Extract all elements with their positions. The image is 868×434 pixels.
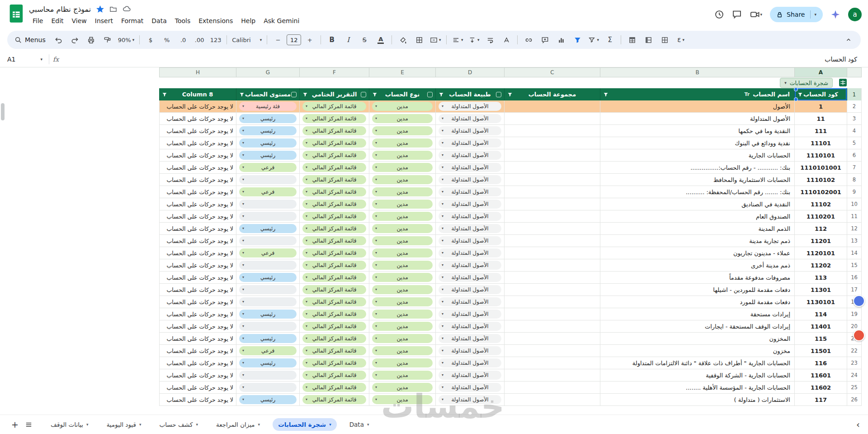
level-cell[interactable]: ▾	[236, 198, 300, 210]
level-chip[interactable]: ▾رئيسي	[239, 114, 297, 123]
row-number[interactable]: 3	[847, 113, 862, 125]
nature-chip[interactable]: ▾الأصول المتداولة	[439, 248, 501, 258]
row-number[interactable]: 14	[847, 247, 862, 259]
nature-cell[interactable]: ▾الأصول المتداولة	[436, 284, 505, 296]
level-chip[interactable]: ▾فرعي	[239, 248, 297, 258]
report-cell[interactable]: ▾قائمة المركز المالي	[300, 308, 369, 320]
note-cell[interactable]: لا يوجد حركات على الحساب	[159, 308, 236, 320]
gemini-button[interactable]	[830, 10, 840, 19]
insert-chart-button[interactable]	[553, 33, 569, 46]
type-chip[interactable]: ▾مدين	[372, 151, 433, 160]
version-history-button[interactable]	[714, 10, 724, 19]
text-rotation-button[interactable]	[499, 33, 514, 46]
paint-format-button[interactable]	[100, 33, 115, 46]
header-cell-report[interactable]: التقرير الختامي	[300, 88, 369, 100]
level-cell[interactable]: ▾رئيسي	[236, 272, 300, 284]
nature-cell[interactable]: ▾الأصول المتداولة	[436, 333, 505, 345]
group-cell[interactable]	[505, 186, 600, 198]
code-cell[interactable]: 11102	[795, 198, 847, 210]
group-cell[interactable]	[505, 272, 600, 284]
collaborator-badge-blue[interactable]	[853, 295, 865, 307]
type-chip[interactable]: ▾مدين	[372, 346, 433, 355]
type-cell[interactable]: ▾مدين	[369, 333, 436, 345]
nature-chip[interactable]: ▾الأصول المتداولة	[439, 212, 501, 221]
share-button[interactable]: Share ▾	[770, 7, 823, 22]
type-chip[interactable]: ▾مدين	[372, 273, 433, 282]
row-number[interactable]: 2	[847, 100, 862, 113]
decrease-font-button[interactable]: −	[270, 33, 286, 46]
level-chip[interactable]: ▾	[239, 261, 297, 270]
add-sheet-button[interactable]: +	[8, 418, 22, 431]
note-cell[interactable]: لا يوجد حركات على الحساب	[159, 162, 236, 174]
report-cell[interactable]: ▾قائمة المركز المالي	[300, 320, 369, 333]
header-cell-name[interactable]: Tr اسم الحساب	[600, 88, 795, 100]
level-cell[interactable]: ▾	[236, 259, 300, 272]
group-cell[interactable]	[505, 284, 600, 296]
level-cell[interactable]: ▾رئيسي	[236, 394, 300, 406]
cloud-status-icon[interactable]	[123, 5, 131, 13]
report-chip[interactable]: ▾قائمة المركز المالي	[302, 126, 366, 135]
group-cell[interactable]	[505, 137, 600, 149]
level-cell[interactable]: ▾	[236, 296, 300, 308]
report-cell[interactable]: ▾قائمة المركز المالي	[300, 125, 369, 137]
note-cell[interactable]: لا يوجد حركات على الحساب	[159, 345, 236, 357]
note-cell[interactable]: لا يوجد حركات على الحساب	[159, 125, 236, 137]
type-chip[interactable]: ▾مدين	[372, 248, 433, 258]
toolbar-menus-button[interactable]: Menus	[12, 36, 50, 43]
type-chip[interactable]: ▾مدين	[372, 175, 433, 184]
collapse-toolbar-button[interactable]	[841, 33, 856, 46]
meet-button[interactable]: ▾	[750, 10, 763, 19]
code-cell[interactable]: 1110101001	[795, 162, 847, 174]
type-cell[interactable]: ▾مدين	[369, 223, 436, 235]
note-cell[interactable]: لا يوجد حركات على الحساب	[159, 357, 236, 369]
report-cell[interactable]: ▾قائمة المركز المالي	[300, 296, 369, 308]
group-cell[interactable]	[505, 308, 600, 320]
type-chip[interactable]: ▾مدين	[372, 163, 433, 172]
menu-tools[interactable]: Tools	[171, 16, 194, 25]
nature-cell[interactable]: ▾الأصول المتداولة	[436, 296, 505, 308]
report-chip[interactable]: ▾قائمة المركز المالي	[302, 334, 366, 343]
name-cell[interactable]: الحسابات الجارية - المؤسسة الأهلية .....…	[600, 382, 795, 394]
fill-color-button[interactable]	[395, 33, 410, 46]
level-chip[interactable]: ▾	[239, 200, 297, 209]
menu-help[interactable]: Help	[237, 16, 259, 25]
column-header-H[interactable]: H	[159, 67, 236, 77]
level-chip[interactable]: ▾	[239, 175, 297, 184]
note-cell[interactable]: لا يوجد حركات على الحساب	[159, 223, 236, 235]
nature-cell[interactable]: ▾الأصول المتداولة	[436, 149, 505, 162]
level-cell[interactable]: ▾رئيسي	[236, 149, 300, 162]
type-chip[interactable]: ▾مدين	[372, 212, 433, 221]
type-cell[interactable]: ▾مدين	[369, 210, 436, 223]
type-chip[interactable]: ▾مدين	[372, 310, 433, 319]
increase-font-button[interactable]: +	[302, 33, 317, 46]
note-cell[interactable]: لا يوجد حركات على الحساب	[159, 247, 236, 259]
nature-chip[interactable]: ▾الأصول المتداولة	[439, 346, 501, 355]
header-cell-column8[interactable]: Column 8	[159, 88, 236, 100]
row-number[interactable]: 22	[847, 345, 862, 357]
menu-file[interactable]: File	[29, 16, 47, 25]
menu-insert[interactable]: Insert	[91, 16, 117, 25]
name-cell[interactable]: مخزون	[600, 345, 795, 357]
functions-button[interactable]: Σ	[602, 33, 618, 46]
name-cell[interactable]: إيرادات الوقف المستحقة - ايجارات	[600, 320, 795, 333]
note-cell[interactable]: لا يوجد حركات على الحساب	[159, 149, 236, 162]
name-cell[interactable]: الأصول المتداولة	[600, 113, 795, 125]
star-icon[interactable]	[96, 5, 104, 13]
sheet-tab-chart-of-accounts-active[interactable]: شجرة الحسابات▾	[273, 418, 337, 431]
currency-format-button[interactable]: $	[143, 33, 158, 46]
note-cell[interactable]: لا يوجد حركات على الحساب	[159, 394, 236, 406]
report-chip[interactable]: ▾قائمة المركز المالي	[302, 395, 366, 404]
report-cell[interactable]: ▾قائمة المركز المالي	[300, 162, 369, 174]
type-chip[interactable]: ▾مدين	[372, 138, 433, 148]
column-header-C[interactable]: C	[505, 67, 600, 77]
report-chip[interactable]: ▾قائمة المركز المالي	[302, 346, 366, 355]
nature-chip[interactable]: ▾الأصول المتداولة	[439, 322, 501, 331]
menu-extensions[interactable]: Extensions	[195, 16, 236, 25]
group-cell[interactable]	[505, 210, 600, 223]
level-chip[interactable]: ▾فرعي	[239, 346, 297, 355]
type-chip[interactable]: ▾مدين	[372, 200, 433, 209]
type-chip[interactable]: ▾مدين	[372, 371, 433, 380]
report-chip[interactable]: ▾قائمة المركز المالي	[302, 273, 366, 282]
group-cell[interactable]	[505, 394, 600, 406]
nature-chip[interactable]: ▾الأصول المتداولة	[439, 102, 501, 111]
